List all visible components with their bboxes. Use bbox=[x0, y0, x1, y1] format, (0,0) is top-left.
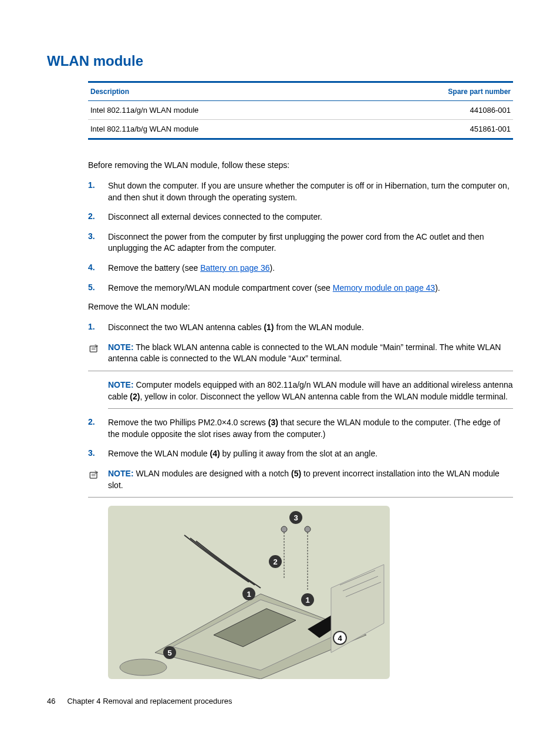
note-block: NOTE: Computer models equipped with an 8… bbox=[108, 379, 513, 409]
list-item: 3. Disconnect the power from the compute… bbox=[88, 231, 513, 254]
post: by pulling it away from the slot at an a… bbox=[220, 449, 377, 458]
callout-ref: (1) bbox=[264, 322, 274, 332]
step-number: 3. bbox=[88, 448, 108, 458]
step-number: 1. bbox=[88, 180, 108, 190]
list-item: 5. Remove the memory/WLAN module compart… bbox=[88, 283, 513, 294]
page: WLAN module Description Spare part numbe… bbox=[0, 0, 560, 729]
step-text: Disconnect the power from the computer b… bbox=[108, 231, 513, 254]
list-item: 1. Disconnect the two WLAN antenna cable… bbox=[88, 322, 513, 334]
post: from the WLAN module. bbox=[274, 322, 364, 332]
post: ). bbox=[435, 283, 440, 293]
pre: WLAN modules are designed with a notch bbox=[136, 469, 291, 478]
intro-text: Before removing the WLAN module, follow … bbox=[88, 160, 513, 170]
pre: Remove the two Phillips PM2.0×4.0 screws bbox=[108, 418, 268, 427]
section-heading: WLAN module bbox=[47, 53, 513, 69]
ordered-list-2: 1. Disconnect the two WLAN antenna cable… bbox=[88, 322, 513, 334]
cell-part: 451861-001 bbox=[354, 120, 513, 139]
callout-ref: (5) bbox=[291, 469, 301, 478]
svg-point-18 bbox=[120, 659, 167, 676]
step-number: 5. bbox=[88, 283, 108, 292]
chapter-title: Chapter 4 Removal and replacement proced… bbox=[67, 697, 232, 705]
note-block: NOTE: The black WLAN antenna cable is co… bbox=[88, 342, 513, 371]
callout-ref: (3) bbox=[268, 418, 278, 427]
note-label: NOTE: bbox=[108, 380, 134, 389]
diagram-image: 1 1 2 3 4 5 bbox=[108, 506, 390, 679]
list-item: 4. Remove the battery (see Battery on pa… bbox=[88, 263, 513, 274]
list-item: 2. Disconnect all external devices conne… bbox=[88, 211, 513, 223]
table-row: Intel 802.11a/b/g WLAN module 451861-001 bbox=[88, 120, 513, 139]
list-item: 3. Remove the WLAN module (4) by pulling… bbox=[88, 448, 513, 460]
th-description: Description bbox=[88, 82, 354, 101]
intro-text-2: Remove the WLAN module: bbox=[88, 302, 513, 311]
note-label: NOTE: bbox=[108, 469, 134, 478]
cell-part: 441086-001 bbox=[354, 101, 513, 120]
step-text: Shut down the computer. If you are unsur… bbox=[108, 180, 513, 203]
cell-desc: Intel 802.11a/g/n WLAN module bbox=[88, 101, 354, 120]
step-number: 2. bbox=[88, 211, 108, 221]
step-number: 1. bbox=[88, 322, 108, 331]
pre: Remove the WLAN module bbox=[108, 449, 210, 458]
note-text: NOTE: WLAN modules are designed with a n… bbox=[108, 468, 513, 491]
step-text: Remove the battery (see Battery on page … bbox=[108, 263, 513, 274]
callout-ref: (2) bbox=[130, 392, 140, 401]
step-text: Disconnect all external devices connecte… bbox=[108, 211, 513, 223]
callout-ref: (4) bbox=[210, 449, 220, 458]
note-icon bbox=[88, 468, 108, 483]
note-label: NOTE: bbox=[108, 342, 134, 352]
svg-text:2: 2 bbox=[273, 557, 277, 566]
list-item: 1. Shut down the computer. If you are un… bbox=[88, 180, 513, 203]
list-item: 2. Remove the two Phillips PM2.0×4.0 scr… bbox=[88, 417, 513, 440]
battery-link[interactable]: Battery on page 36 bbox=[200, 263, 269, 273]
svg-text:1: 1 bbox=[247, 590, 251, 599]
note-block: NOTE: WLAN modules are designed with a n… bbox=[88, 468, 513, 498]
svg-text:1: 1 bbox=[305, 596, 309, 604]
th-spare-part: Spare part number bbox=[354, 82, 513, 101]
note-icon bbox=[88, 342, 108, 357]
step-number: 4. bbox=[88, 263, 108, 272]
step-text: Remove the WLAN module (4) by pulling it… bbox=[108, 448, 513, 460]
post: , yellow in color. Disconnect the yellow… bbox=[140, 392, 507, 401]
ordered-list-2b: 2. Remove the two Phillips PM2.0×4.0 scr… bbox=[88, 417, 513, 460]
step-text: Remove the memory/WLAN module compartmen… bbox=[108, 283, 513, 294]
table-row: Intel 802.11a/g/n WLAN module 441086-001 bbox=[88, 101, 513, 120]
page-number: 46 bbox=[47, 697, 55, 705]
note-body: The black WLAN antenna cable is connecte… bbox=[108, 342, 501, 364]
page-footer: 46 Chapter 4 Removal and replacement pro… bbox=[47, 697, 513, 705]
ordered-list-1: 1. Shut down the computer. If you are un… bbox=[88, 180, 513, 294]
memory-module-link[interactable]: Memory module on page 43 bbox=[333, 283, 435, 293]
note-text: NOTE: The black WLAN antenna cable is co… bbox=[108, 342, 513, 365]
svg-text:5: 5 bbox=[167, 648, 171, 657]
post: ). bbox=[270, 263, 275, 273]
pre: Disconnect the two WLAN antenna cables bbox=[108, 322, 264, 332]
step-number: 2. bbox=[88, 417, 108, 426]
svg-point-16 bbox=[281, 526, 287, 532]
pre: Remove the memory/WLAN module compartmen… bbox=[108, 283, 333, 293]
step-text: Remove the two Phillips PM2.0×4.0 screws… bbox=[108, 417, 513, 440]
svg-point-17 bbox=[305, 526, 311, 532]
step-number: 3. bbox=[88, 231, 108, 241]
cell-desc: Intel 802.11a/b/g WLAN module bbox=[88, 120, 354, 139]
step-text: Disconnect the two WLAN antenna cables (… bbox=[108, 322, 513, 334]
parts-table: Description Spare part number Intel 802.… bbox=[88, 81, 513, 140]
pre: Remove the battery (see bbox=[108, 263, 200, 273]
svg-text:3: 3 bbox=[294, 513, 298, 522]
svg-text:4: 4 bbox=[338, 634, 342, 643]
